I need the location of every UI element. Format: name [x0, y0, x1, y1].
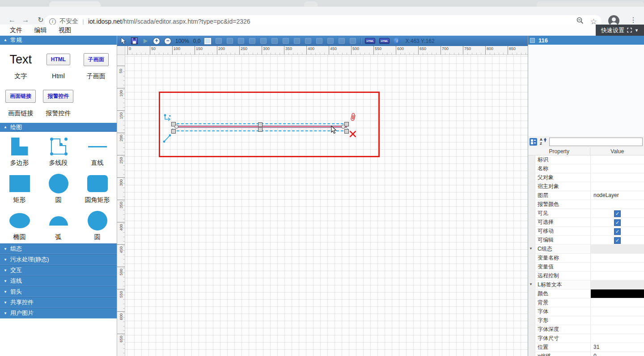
info-button[interactable]: i [394, 38, 400, 44]
toolbar-disabled-icon[interactable] [249, 38, 255, 44]
property-row[interactable]: 图层 nodeLayer [528, 191, 644, 200]
resize-handle[interactable] [258, 127, 263, 132]
toolbar-disabled-icon[interactable] [216, 38, 222, 44]
property-value[interactable] [591, 307, 644, 316]
shape-tool[interactable]: 圆 [39, 172, 78, 209]
sort-alphabetical-icon[interactable] [539, 138, 547, 146]
collapsed-section-header[interactable]: ▼ 箭头 [0, 286, 117, 297]
menu-item[interactable]: 编辑 [34, 25, 47, 36]
property-row[interactable]: 可编辑 [528, 236, 644, 245]
palette-tool[interactable]: Text 文字 [2, 49, 39, 86]
select-cursor-tool[interactable] [120, 38, 127, 45]
property-row[interactable]: 父对象 [528, 173, 644, 182]
shape-tool[interactable]: 弧 [39, 209, 78, 247]
toolbar-disabled-icon[interactable] [339, 38, 345, 44]
property-filter-input[interactable] [549, 138, 643, 146]
zoom-out-button[interactable]: − [164, 38, 171, 45]
collapsed-section-header[interactable]: ▼ 共享控件 [0, 297, 117, 308]
connector-tool-icon[interactable] [163, 113, 172, 124]
property-row[interactable]: 报警颜色 [528, 200, 644, 209]
property-row[interactable]: C组态 [528, 245, 644, 254]
property-value[interactable] [591, 227, 644, 235]
toolbar-disabled-icon[interactable] [327, 38, 334, 44]
property-value[interactable] [591, 281, 644, 289]
browser-tab[interactable] [304, 1, 318, 7]
property-row[interactable]: 变量名称 [528, 254, 644, 263]
toolbar-disabled-icon[interactable] [227, 38, 233, 44]
property-value[interactable] [591, 254, 644, 262]
page-info-icon[interactable]: i [49, 18, 56, 25]
shape-tool[interactable]: 矩形 [0, 172, 39, 209]
property-row[interactable]: 位置 31 [528, 343, 644, 352]
toolbar-disabled-icon[interactable] [260, 38, 267, 44]
property-row[interactable]: 背景 [528, 298, 644, 307]
property-value[interactable] [591, 200, 644, 209]
property-value[interactable] [591, 263, 644, 271]
property-value[interactable] [591, 173, 644, 182]
toolbar-disabled-icon[interactable] [283, 38, 289, 44]
toolbar-disabled-icon[interactable] [271, 38, 278, 44]
property-value[interactable] [591, 325, 644, 334]
save-button[interactable] [131, 38, 138, 44]
property-value[interactable] [591, 272, 644, 280]
shape-tool[interactable]: 直线 [78, 135, 117, 172]
property-row[interactable]: 可移动 [528, 227, 644, 236]
line-anchor-icon[interactable] [162, 133, 172, 145]
toolbar-disabled-icon[interactable] [350, 38, 356, 44]
property-row[interactable]: 宿主对象 [528, 182, 644, 191]
property-row[interactable]: 远程控制 [528, 272, 644, 281]
collapsed-section-header[interactable]: ▼ 连线 [0, 276, 117, 286]
value-column-header[interactable]: Value [590, 147, 644, 155]
property-row[interactable]: 字形 [528, 316, 644, 325]
resize-handle[interactable] [258, 122, 263, 127]
palette-tool[interactable]: 画面链接 画面链接 [2, 86, 39, 123]
run-preview-button[interactable] [144, 39, 148, 43]
menu-item[interactable]: 视图 [59, 25, 71, 36]
collapsed-section-header[interactable]: ▼ 交互 [0, 265, 117, 276]
endpoint-handle[interactable] [174, 125, 178, 129]
menu-item[interactable]: 文件 [10, 25, 22, 36]
property-value[interactable] [591, 316, 644, 325]
resize-handle[interactable] [344, 129, 349, 134]
property-row[interactable]: x偏移 0 [528, 352, 644, 356]
browser-tab[interactable] [49, 1, 101, 7]
collapsed-section-header[interactable]: ▼ 污水处理(静态) [0, 254, 117, 265]
shape-tool[interactable]: 椭圆 [0, 209, 39, 247]
property-row[interactable]: 标识 [528, 155, 644, 164]
property-value[interactable]: 0 [591, 352, 644, 356]
property-value[interactable] [591, 155, 644, 164]
property-value[interactable] [591, 164, 644, 173]
property-value[interactable] [591, 298, 644, 307]
property-row[interactable]: 字体 [528, 307, 644, 316]
attach-variable-icon[interactable] [349, 112, 357, 122]
property-value[interactable] [591, 218, 644, 226]
browser-tab[interactable] [537, 1, 644, 7]
canvas-settings-button[interactable] [204, 38, 211, 44]
section-header-general[interactable]: ▲ 常规 [0, 36, 117, 45]
categorized-view-icon[interactable] [530, 138, 537, 146]
property-row[interactable]: 字体深度 [528, 325, 644, 334]
property-value[interactable] [591, 289, 644, 298]
property-row[interactable]: 颜色 [528, 289, 644, 298]
property-row[interactable]: 可选择 [528, 218, 644, 227]
toolbar-disabled-icon[interactable] [316, 38, 322, 44]
toolbar-disabled-icon[interactable] [305, 38, 311, 44]
property-value[interactable]: nodeLayer [591, 191, 644, 200]
toolbar-disabled-icon[interactable] [238, 38, 244, 44]
toolbar-disabled-icon[interactable] [294, 38, 300, 44]
html-source-button[interactable]: HTML [379, 38, 390, 44]
property-value[interactable]: 31 [591, 343, 644, 352]
design-canvas[interactable] [125, 55, 528, 356]
shape-tool[interactable]: 多线段 [39, 135, 78, 172]
html-export-button[interactable]: HTML [365, 38, 375, 44]
property-value[interactable] [591, 236, 644, 244]
endpoint-handle[interactable] [341, 125, 345, 129]
palette-tool[interactable]: HTML Html [39, 49, 77, 86]
property-row[interactable]: 名称 [528, 164, 644, 173]
browser-tab-strip[interactable] [0, 0, 644, 7]
palette-tool[interactable]: 子画面 子画面 [77, 49, 115, 86]
property-row[interactable]: 可见 [528, 209, 644, 218]
shape-tool[interactable]: 圆 [78, 209, 117, 247]
zoom-in-button[interactable]: + [153, 38, 160, 45]
property-value[interactable] [591, 182, 644, 191]
